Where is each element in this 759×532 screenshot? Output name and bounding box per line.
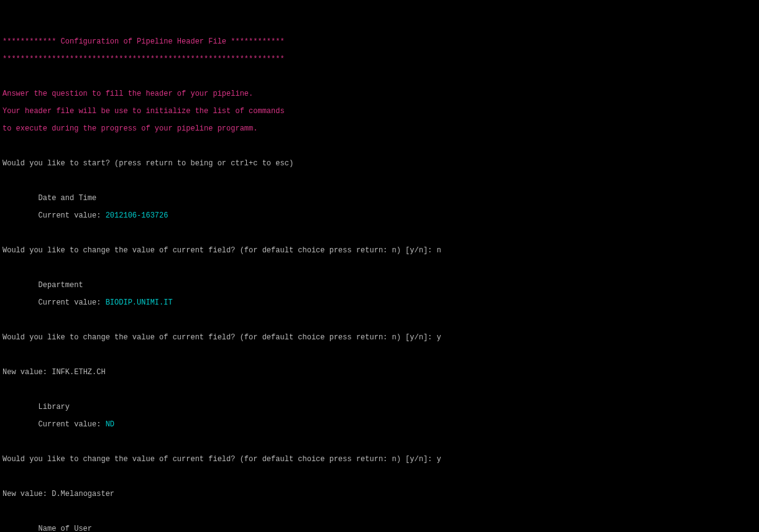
field-label-library: Library bbox=[39, 403, 70, 411]
change-prompt[interactable]: Would you like to change the value of cu… bbox=[2, 333, 437, 342]
newvalue-label: New value: bbox=[2, 368, 52, 377]
field-label-datetime: Date and Time bbox=[39, 194, 97, 203]
change-prompt[interactable]: Would you like to change the value of cu… bbox=[2, 246, 437, 255]
intro-line-1: Answer the question to fill the header o… bbox=[2, 89, 757, 98]
department-value: BIODIP.UNIMI.IT bbox=[106, 298, 173, 307]
intro-line-2: Your header file will be use to initiali… bbox=[2, 107, 757, 116]
datetime-value: 2012106-163726 bbox=[106, 211, 168, 220]
header-line-1: ************ Configuration of Pipeline H… bbox=[2, 37, 757, 46]
change-prompt[interactable]: Would you like to change the value of cu… bbox=[2, 455, 437, 464]
datetime-response: n bbox=[437, 246, 441, 255]
start-prompt[interactable]: Would you like to start? (press return t… bbox=[2, 159, 757, 168]
field-label-department: Department bbox=[39, 281, 83, 290]
current-value-label: Current value: bbox=[39, 420, 106, 429]
newvalue-label: New value: bbox=[2, 490, 52, 498]
department-newvalue[interactable]: INFK.ETHZ.CH bbox=[52, 368, 105, 377]
library-response: y bbox=[437, 455, 441, 464]
department-response: y bbox=[437, 333, 441, 342]
current-value-label: Current value: bbox=[39, 211, 106, 220]
header-line-2: ****************************************… bbox=[2, 55, 757, 63]
field-label-user: Name of User bbox=[39, 525, 92, 532]
intro-line-3: to execute during the progress of your p… bbox=[2, 124, 757, 133]
current-value-label: Current value: bbox=[39, 298, 106, 307]
library-newvalue[interactable]: D.Melanogaster bbox=[52, 490, 114, 498]
library-value: ND bbox=[106, 420, 114, 429]
